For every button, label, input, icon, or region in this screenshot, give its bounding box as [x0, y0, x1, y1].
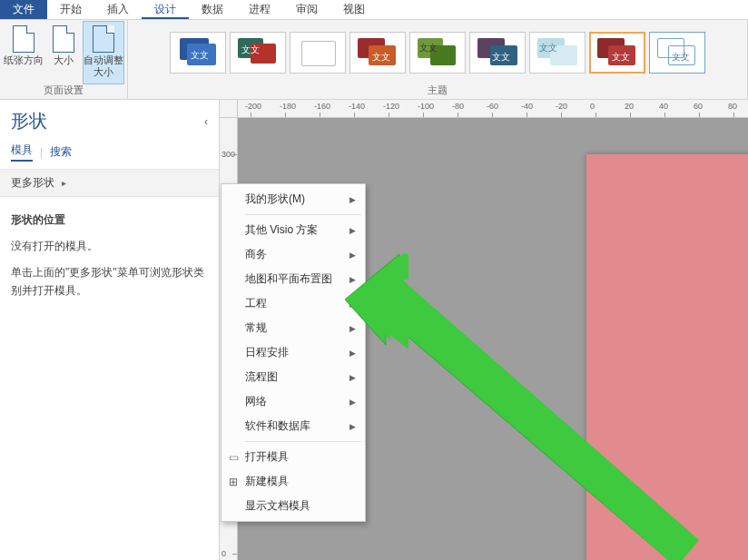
ruler-corner: [220, 100, 238, 118]
theme-swatch-5[interactable]: 文文: [409, 32, 466, 74]
chevron-right-icon: ▶: [349, 300, 356, 309]
more-shapes-menu[interactable]: 更多形状: [0, 169, 219, 197]
tab-design[interactable]: 设计: [142, 0, 189, 19]
shapes-panel-collapse-icon[interactable]: ‹: [204, 115, 208, 128]
menu-maps-floor[interactable]: 地图和平面布置图▶: [221, 267, 365, 291]
chevron-right-icon: ▶: [349, 251, 356, 260]
shapes-hint-text: 单击上面的"更多形状"菜单可浏览形状类别并打开模具。: [11, 264, 208, 299]
chevron-right-icon: ▶: [349, 398, 356, 407]
shapes-tab-search[interactable]: 搜索: [50, 144, 72, 160]
chevron-right-icon: ▶: [349, 422, 356, 431]
theme-swatch-1[interactable]: 文文: [170, 32, 226, 74]
menu-open-stencil[interactable]: ▭打开模具: [221, 445, 365, 469]
theme-swatch-2[interactable]: 文文: [230, 32, 286, 74]
theme-swatch-6[interactable]: 文文: [469, 32, 526, 74]
menu-my-shapes[interactable]: 我的形状(M)▶: [221, 187, 365, 211]
chevron-right-icon: ▶: [349, 226, 356, 235]
theme-swatch-8[interactable]: 文文: [589, 32, 645, 74]
theme-swatch-3[interactable]: [290, 32, 346, 74]
orientation-label: 纸张方向: [4, 54, 44, 66]
ribbon-tabs: 文件 开始 插入 设计 数据 进程 审阅 视图: [0, 0, 748, 20]
themes-group-label: 主题: [428, 84, 448, 99]
tab-file[interactable]: 文件: [0, 0, 47, 19]
page-size-icon: [50, 25, 77, 53]
size-button[interactable]: 大小: [44, 22, 84, 84]
drawing-page[interactable]: [586, 154, 748, 560]
tab-data[interactable]: 数据: [189, 0, 236, 19]
open-stencil-icon: ▭: [227, 451, 240, 464]
menu-network[interactable]: 网络▶: [221, 389, 365, 414]
new-stencil-icon: ⊞: [227, 476, 240, 488]
theme-swatch-9[interactable]: 文文: [649, 32, 705, 74]
shapes-position-header: 形状的位置: [11, 211, 208, 229]
shapes-tab-stencils[interactable]: 模具: [11, 142, 33, 162]
tab-home[interactable]: 开始: [47, 0, 94, 19]
menu-software-db[interactable]: 软件和数据库▶: [221, 414, 365, 438]
shapes-panel: 形状 ‹ 模具 | 搜索 更多形状 形状的位置 没有打开的模具。 单击上面的"更…: [0, 100, 220, 560]
shapes-no-open-text: 没有打开的模具。: [11, 238, 208, 255]
theme-swatch-7[interactable]: 文文: [529, 32, 586, 74]
page-setup-group-label: 页面设置: [44, 84, 84, 99]
ribbon: 纸张方向 大小 自动调整大小 页面设置 文文 文文 文文 文文 文文 文文 文文…: [0, 20, 748, 100]
tab-view[interactable]: 视图: [330, 0, 378, 19]
chevron-right-icon: ▶: [349, 324, 356, 333]
size-label: 大小: [54, 54, 74, 66]
theme-swatch-4[interactable]: 文文: [349, 32, 406, 74]
autosize-button[interactable]: 自动调整大小: [84, 22, 123, 84]
menu-flowchart[interactable]: 流程图▶: [221, 365, 365, 389]
tab-insert[interactable]: 插入: [94, 0, 142, 19]
more-shapes-label: 更多形状: [11, 175, 54, 191]
autosize-icon: [90, 25, 117, 53]
chevron-right-icon: ▶: [349, 349, 356, 358]
orientation-icon: [10, 25, 37, 53]
tab-process[interactable]: 进程: [236, 0, 283, 19]
chevron-right-icon: ▶: [349, 195, 356, 204]
chevron-right-icon: ▶: [349, 275, 356, 284]
tab-review[interactable]: 审阅: [283, 0, 330, 19]
shapes-panel-title: 形状: [11, 109, 47, 133]
menu-show-doc-stencil[interactable]: 显示文档模具: [221, 494, 365, 518]
menu-engineering[interactable]: 工程▶: [221, 291, 365, 316]
chevron-right-icon: ▶: [349, 373, 356, 382]
more-shapes-dropdown: 我的形状(M)▶ 其他 Visio 方案▶ 商务▶ 地图和平面布置图▶ 工程▶ …: [221, 183, 366, 522]
menu-schedule[interactable]: 日程安排▶: [221, 340, 365, 365]
menu-general[interactable]: 常规▶: [221, 316, 365, 340]
autosize-label: 自动调整大小: [84, 54, 123, 78]
ruler-horizontal: -200-180-160-140-120-100-80-60-40-200204…: [238, 100, 748, 118]
orientation-button[interactable]: 纸张方向: [4, 22, 44, 84]
main-area: 形状 ‹ 模具 | 搜索 更多形状 形状的位置 没有打开的模具。 单击上面的"更…: [0, 100, 748, 560]
menu-business[interactable]: 商务▶: [221, 242, 365, 267]
menu-new-stencil[interactable]: ⊞新建模具: [221, 469, 365, 494]
menu-visio-solutions[interactable]: 其他 Visio 方案▶: [221, 218, 365, 242]
